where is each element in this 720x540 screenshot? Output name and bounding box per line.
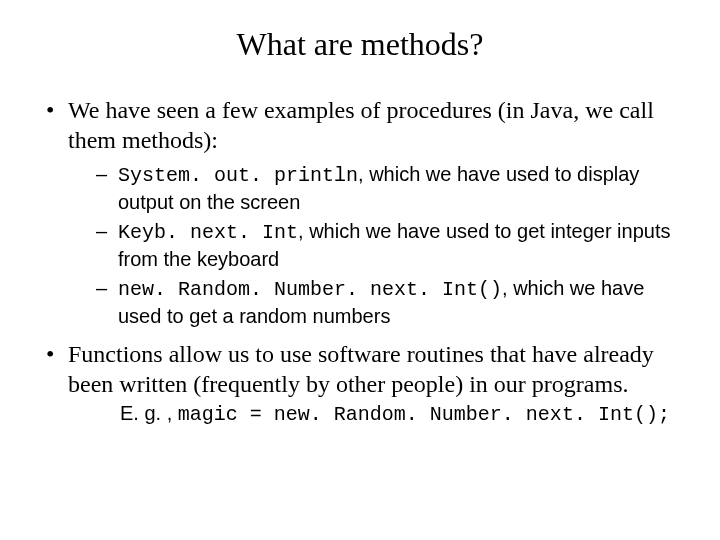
- bullet-1-text: We have seen a few examples of procedure…: [68, 97, 654, 153]
- slide: What are methods? We have seen a few exa…: [0, 0, 720, 540]
- bullet-2: Functions allow us to use software routi…: [40, 339, 680, 427]
- example-line: E. g. , magic = new. Random. Number. nex…: [68, 401, 680, 427]
- sub-item-1: System. out. println, which we have used…: [68, 161, 680, 215]
- sub-item-3-code: new. Random. Number. next. Int(): [118, 278, 502, 301]
- bullet-1: We have seen a few examples of procedure…: [40, 95, 680, 329]
- sub-item-2-code: Keyb. next. Int: [118, 221, 298, 244]
- sub-item-1-code: System. out. println: [118, 164, 358, 187]
- slide-title: What are methods?: [40, 26, 680, 63]
- bullet-list: We have seen a few examples of procedure…: [40, 95, 680, 427]
- bullet-2-text: Functions allow us to use software routi…: [68, 341, 654, 397]
- example-prefix: E. g. ,: [120, 402, 178, 424]
- sub-list: System. out. println, which we have used…: [68, 161, 680, 329]
- sub-item-3: new. Random. Number. next. Int(), which …: [68, 275, 680, 329]
- example-code: magic = new. Random. Number. next. Int()…: [178, 403, 670, 426]
- sub-item-2: Keyb. next. Int, which we have used to g…: [68, 218, 680, 272]
